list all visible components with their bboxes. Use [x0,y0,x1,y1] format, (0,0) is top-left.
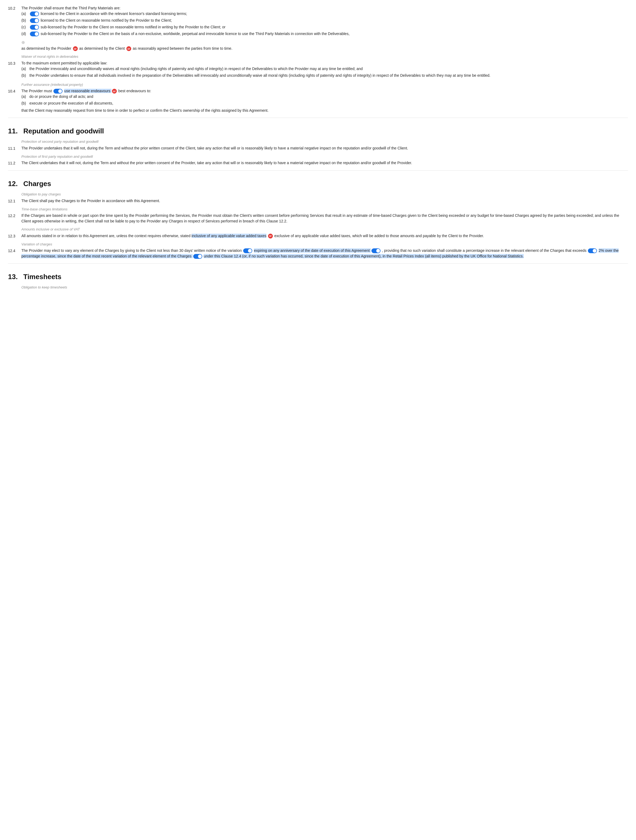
clause-number: 11.2 [8,160,21,166]
divider [8,170,628,171]
clause-11-1: 11.1 The Provider undertakes that it wil… [8,145,628,151]
sub-content: sub-licensed by the Provider to the Clie… [29,31,628,36]
toggle-knob [35,12,38,16]
sub-label: (d) [21,31,29,36]
section-13-heading: 13. Timesheets [8,272,628,282]
section-title: Reputation and goodwill [23,127,104,135]
italic-heading-12-4: Variation of charges [21,242,628,247]
clause-body: The Client undertakes that it will not, … [21,160,628,166]
clause-number: 12.1 [8,198,21,204]
clause-number: 10.4 [8,88,21,114]
section-number: 11. [8,126,21,136]
toggle-knob [58,89,62,93]
clause-intro: The Provider shall ensure that the Third… [21,5,628,11]
toggle-knob [35,19,38,22]
clause-body: The Client shall pay the Charges to the … [21,198,628,204]
italic-heading-13: Obligation to keep timesheets [21,285,628,290]
italic-heading-12-3: Amounts inclusive or exclusive of VAT [21,227,628,232]
sub-item-b: (b) execute or procure the execution of … [21,101,628,106]
sub-text-c: sub-licensed by the Provider to the Clie… [41,25,225,29]
footer-mid: as determined by the Client [79,46,125,51]
sub-label: (b) [21,17,29,23]
sub-text: execute or procure the execution of all … [29,101,628,106]
text-mid-12-4: , providing that no such variation shall… [382,248,588,253]
sub-text-b: licensed to the Client on reasonable ter… [41,18,172,22]
sub-label: (b) [21,73,29,78]
footer-post: as reasonably agreed between the parties… [133,46,233,51]
section-11-heading: 11. Reputation and goodwill [8,126,628,136]
sub-item-a: (a) the Provider irrevocably and uncondi… [21,66,628,72]
clause-footer: that the Client may reasonably request f… [21,108,628,114]
clause-10-2: 10.2 The Provider shall ensure that the … [8,5,628,51]
clause-body: If the Charges are based in whole or par… [21,213,628,224]
toggle-knob [593,249,597,253]
clause-number: 12.2 [8,213,21,224]
sub-item-d: (d) sub-licensed by the Provider to the … [21,31,628,36]
clause-body: The Provider must use reasonable endeavo… [21,88,628,114]
clause-number: 10.3 [8,60,21,79]
text-post-12-4: under this Clause 12.4 (or, if no such v… [204,254,524,258]
section-title: Timesheets [23,273,61,281]
endeavours-label: use reasonable endeavours [64,89,112,93]
text-pre-12-4: The Provider may elect to vary any eleme… [21,248,242,253]
clause-number: 11.1 [8,145,21,151]
clause-10-3: 10.3 To the maximum extent permitted by … [8,60,628,79]
move-icon: ⊕ [21,39,25,46]
section-title: Charges [23,180,51,188]
sub-item-b: (b) licensed to the Client on reasonable… [21,17,628,23]
clause-number: 10.2 [8,5,21,51]
clause-11-2: 11.2 The Client undertakes that it will … [8,160,628,166]
clause-12-4: 12.4 The Provider may elect to vary any … [8,248,628,259]
highlight-inclusive: inclusive of any applicable value added … [192,234,266,238]
toggle-1-label: expiring on any anniversary of the date … [254,248,371,253]
sub-text-d: sub-licensed by the Provider to the Clie… [41,32,349,36]
or-badge-4: or [268,234,273,238]
intro-pre: The Provider must [21,89,53,93]
italic-heading-11-2: Protection of first party reputation and… [21,154,628,159]
toggle-d[interactable] [30,32,39,36]
sub-item-c: (c) sub-licensed by the Provider to the … [21,24,628,30]
toggle-b[interactable] [30,18,39,23]
clause-number: 12.3 [8,233,21,239]
sub-content: licensed to the Client in accordance wit… [29,11,628,17]
sub-text-a: licensed to the Client in accordance wit… [41,11,187,16]
sub-text: the Provider undertakes to ensure that a… [29,73,628,78]
sub-content: licensed to the Client on reasonable ter… [29,17,628,23]
text-pre: All amounts stated in or in relation to … [21,234,192,238]
toggle-knob [35,32,38,36]
toggle-a[interactable] [30,11,39,16]
sub-label: (c) [21,24,29,30]
sub-text: do or procure the doing of all acts; and [29,94,628,99]
toggle-12-4-1[interactable] [243,248,252,253]
italic-heading-12-2: Time-base charges limitations [21,207,628,212]
italic-heading-further: Further assurance (intellectual property… [21,82,628,87]
toggle-12-4-3[interactable] [588,248,597,253]
italic-heading-waiver: Waiver of moral rights in deliverables [21,54,628,59]
italic-heading-12-1: Obligation to pay charges [21,192,628,197]
sub-label: (a) [21,11,29,17]
clause-body: The Provider undertakes that it will not… [21,145,628,151]
clause-body: The Provider may elect to vary any eleme… [21,248,628,259]
toggle-endeavours[interactable] [54,89,63,93]
clause-12-1: 12.1 The Client shall pay the Charges to… [8,198,628,204]
italic-heading-11-1: Protection of second party reputation an… [21,139,628,144]
toggle-12-4-2[interactable] [372,248,381,253]
clause-number: 12.4 [8,248,21,259]
intro-post: best endeavours to: [118,89,151,93]
clause-10-4: 10.4 The Provider must use reasonable en… [8,88,628,114]
toggle-12-4-4[interactable] [193,254,202,259]
toggle-c[interactable] [30,25,39,30]
sub-item-b: (b) the Provider undertakes to ensure th… [21,73,628,78]
or-badge-2: or [126,46,131,51]
section-number: 13. [8,272,21,282]
clause-intro: The Provider must use reasonable endeavo… [21,88,628,94]
section-12-heading: 12. Charges [8,178,628,189]
section-number: 12. [8,178,21,189]
clause-12-2: 12.2 If the Charges are based in whole o… [8,213,628,224]
sub-label: (a) [21,66,29,72]
toggle-knob [376,249,380,253]
footer-pre: as determined by the Provider [21,46,71,51]
clause-body: All amounts stated in or in relation to … [21,233,628,239]
toggle-knob [35,25,38,29]
clause-12-3: 12.3 All amounts stated in or in relatio… [8,233,628,239]
